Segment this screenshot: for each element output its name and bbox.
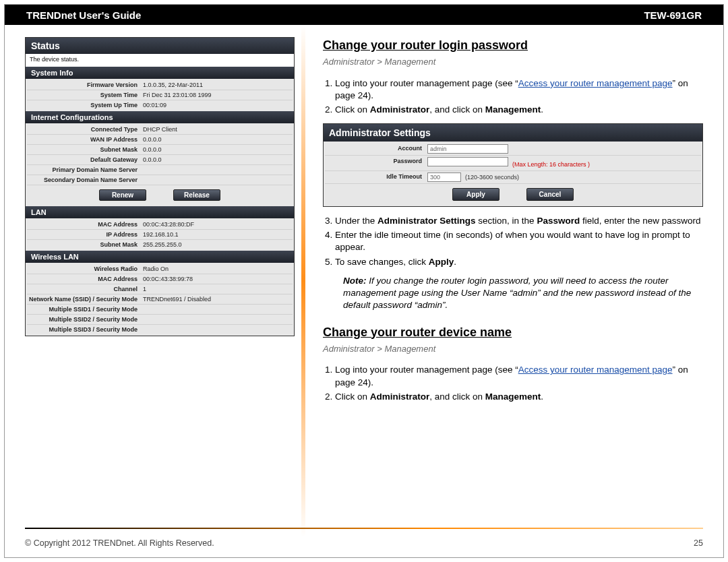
status-row: System Up Time00:01:09 [27, 100, 293, 110]
idle-hint: (120-3600 seconds) [465, 174, 519, 181]
admin-settings-title: Administrator Settings [324, 124, 702, 142]
doc-title: TRENDnet User's Guide [26, 9, 141, 21]
page-frame: TRENDnet User's Guide TEW-691GR Status T… [4, 4, 724, 558]
access-page-link-2[interactable]: Access your router management page [518, 365, 673, 375]
s1-step4: Enter the idle timeout time (in seconds)… [335, 229, 703, 253]
status-row: Wireless RadioRadio On [27, 264, 293, 274]
status-row: Subnet Mask255.255.255.0 [27, 240, 293, 249]
status-title: Status [26, 38, 294, 54]
status-row: Multiple SSID3 / Security Mode [27, 325, 293, 334]
account-label: Account [325, 144, 426, 154]
password-label: Password [325, 157, 426, 168]
password-input[interactable] [427, 157, 508, 166]
s1-step2: Click on Administrator, and click on Man… [335, 104, 703, 116]
s2-step2: Click on Administrator, and click on Man… [335, 391, 703, 403]
access-page-link[interactable]: Access your router management page [518, 78, 673, 88]
section1-heading: Change your router login password [323, 37, 703, 53]
section-header: Internet Configurations [26, 111, 294, 123]
account-input[interactable]: admin [427, 144, 508, 154]
cancel-button[interactable]: Cancel [526, 188, 574, 201]
page-header: TRENDnet User's Guide TEW-691GR [5, 5, 723, 25]
status-row: MAC Address00:0C:43:28:80:DF [27, 220, 293, 230]
idle-input[interactable]: 300 [427, 173, 461, 182]
status-row: Channel1 [27, 284, 293, 294]
password-hint: (Max Length: 16 characters ) [512, 161, 590, 168]
s1-step5: To save changes, click Apply. [335, 256, 703, 268]
idle-label: Idle Timeout [325, 173, 426, 182]
column-divider [295, 37, 315, 510]
s1-step1: Log into your router management page (se… [335, 77, 703, 102]
status-screenshot: Status The device status. System InfoFir… [25, 37, 295, 510]
model-number: TEW-691GR [644, 9, 702, 21]
status-row: MAC Address00:0C:43:38:99:78 [27, 274, 293, 284]
s2-step1: Log into your router management page (se… [335, 364, 703, 388]
status-row: Multiple SSID2 / Security Mode [27, 315, 293, 325]
page-number: 25 [694, 538, 703, 548]
admin-settings-panel: Administrator Settings Account admin Pas… [323, 123, 703, 208]
status-subtitle: The device status. [26, 54, 294, 67]
section-header: System Info [26, 67, 294, 79]
s1-note: Note: If you change the router login pas… [323, 275, 703, 312]
status-row: System TimeFri Dec 31 23:01:08 1999 [27, 90, 293, 100]
status-row: Firmware Version1.0.0.35, 22-Mar-2011 [27, 80, 293, 90]
section2-heading: Change your router device name [323, 324, 703, 340]
status-row: Primary Domain Name Server [27, 165, 293, 175]
section-header: LAN [26, 206, 294, 218]
page-footer: © Copyright 2012 TRENDnet. All Rights Re… [25, 538, 703, 548]
footer-divider [25, 528, 703, 529]
section-header: Wireless LAN [26, 251, 294, 263]
section1-breadcrumb: Administrator > Management [323, 56, 703, 68]
copyright-text: © Copyright 2012 TRENDnet. All Rights Re… [25, 538, 214, 548]
status-row: WAN IP Address0.0.0.0 [27, 135, 293, 145]
apply-button[interactable]: Apply [452, 188, 499, 201]
renew-button[interactable]: Renew [99, 189, 146, 201]
release-button[interactable]: Release [173, 189, 220, 201]
s1-step3: Under the Administrator Settings section… [335, 215, 703, 227]
status-row: IP Address192.168.10.1 [27, 230, 293, 240]
status-row: Connected TypeDHCP Client [27, 125, 293, 135]
status-row: Secondary Domain Name Server [27, 175, 293, 185]
status-row: Multiple SSID1 / Security Mode [27, 305, 293, 315]
section2-breadcrumb: Administrator > Management [323, 343, 703, 355]
status-row: Network Name (SSID) / Security ModeTREND… [27, 294, 293, 305]
status-row: Default Gateway0.0.0.0 [27, 155, 293, 165]
status-row: Subnet Mask0.0.0.0 [27, 145, 293, 155]
